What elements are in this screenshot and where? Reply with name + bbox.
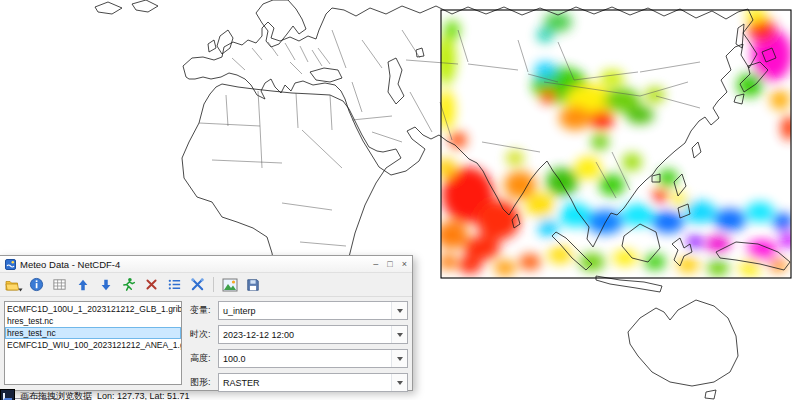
status-hint: 画布拖拽浏览数据 <box>20 390 92 400</box>
meteo-data-dialog: Meteo Data - NetCDF-4 – □ × <box>0 255 413 391</box>
parameter-form: 变量: u_interp 时次: 2023-12-12 12:00 高度: 10… <box>190 301 408 392</box>
dialog-titlebar[interactable]: Meteo Data - NetCDF-4 – □ × <box>0 256 412 273</box>
image-button[interactable] <box>219 274 240 295</box>
info-button[interactable] <box>26 274 47 295</box>
raster-layer <box>436 7 797 276</box>
file-list-item-selected[interactable]: hres_test_nc <box>5 327 181 339</box>
open-folder-button[interactable] <box>3 274 24 295</box>
chevron-down-icon[interactable] <box>391 302 407 319</box>
tools-icon <box>190 277 205 292</box>
maximize-button[interactable]: □ <box>387 257 392 271</box>
dialog-content: ECMFC1D_100U_1_2023121212_GLB_1.grib1 hr… <box>0 297 412 392</box>
list-button[interactable] <box>164 274 185 295</box>
arrow-up-icon <box>76 278 90 292</box>
remove-button[interactable] <box>141 274 162 295</box>
run-button[interactable] <box>118 274 139 295</box>
status-bar: 画布拖拽浏览数据 Lon: 127.73, Lat: 51.71 <box>0 389 190 400</box>
time-value: 2023-12-12 12:00 <box>219 330 391 340</box>
minimize-button[interactable]: – <box>373 257 378 271</box>
image-icon <box>222 278 238 292</box>
app-root: { "window": { "title": "Meteo Data - Net… <box>0 0 800 400</box>
chevron-down-icon[interactable] <box>391 374 407 391</box>
arrow-up-button[interactable] <box>72 274 93 295</box>
variable-value: u_interp <box>219 306 391 316</box>
remove-icon <box>145 278 158 291</box>
dialog-title: Meteo Data - NetCDF-4 <box>20 259 369 270</box>
tools-button[interactable] <box>187 274 208 295</box>
app-icon-small <box>0 389 15 400</box>
toolbar-separator <box>213 277 214 292</box>
arrow-down-button[interactable] <box>95 274 116 295</box>
time-select[interactable]: 2023-12-12 12:00 <box>218 325 408 344</box>
level-label: 高度: <box>190 352 218 365</box>
file-list[interactable]: ECMFC1D_100U_1_2023121212_GLB_1.grib1 hr… <box>4 301 182 385</box>
variable-select[interactable]: u_interp <box>218 301 408 320</box>
level-value: 100.0 <box>219 354 391 364</box>
open-folder-icon <box>5 278 23 292</box>
run-icon <box>121 277 136 292</box>
level-select[interactable]: 100.0 <box>218 349 408 368</box>
time-label: 时次: <box>190 328 218 341</box>
file-list-item[interactable]: hres_test.nc <box>5 315 181 327</box>
table-icon <box>52 277 67 292</box>
graphic-label: 图形: <box>190 376 218 389</box>
chevron-down-icon[interactable] <box>391 326 407 343</box>
dialog-app-icon <box>5 259 16 270</box>
file-list-item[interactable]: ECMFC1D_100U_1_2023121212_GLB_1.grib1 <box>5 303 181 315</box>
table-button[interactable] <box>49 274 70 295</box>
cursor-coordinates: Lon: 127.73, Lat: 51.71 <box>97 391 190 400</box>
arrow-down-icon <box>99 278 113 292</box>
chevron-down-icon[interactable] <box>391 350 407 367</box>
file-list-item[interactable]: ECMFC1D_WIU_100_2023121212_ANEA_1.grib1 <box>5 339 181 351</box>
list-icon <box>167 277 182 292</box>
variable-label: 变量: <box>190 304 218 317</box>
graphic-value: RASTER <box>219 378 391 388</box>
close-button[interactable]: × <box>402 257 407 271</box>
dialog-toolbar <box>0 273 412 297</box>
save-button[interactable] <box>242 274 263 295</box>
info-icon <box>29 277 44 292</box>
save-icon <box>246 278 260 292</box>
graphic-select[interactable]: RASTER <box>218 373 408 392</box>
